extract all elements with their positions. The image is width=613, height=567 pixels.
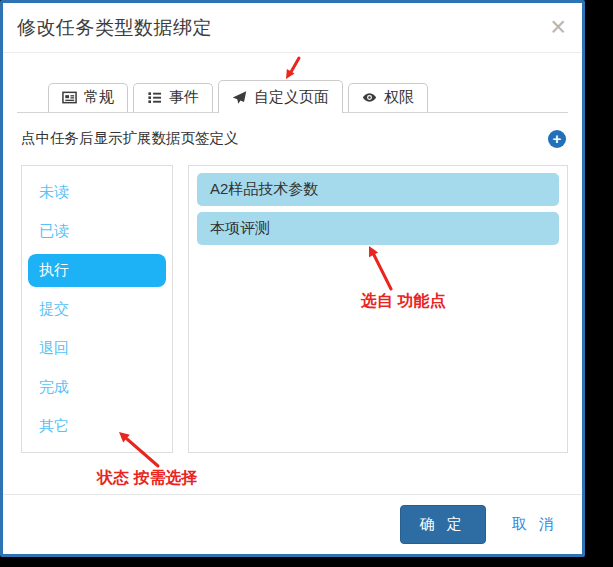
ok-button[interactable]: 确 定: [400, 505, 486, 544]
close-icon: ×: [550, 12, 566, 42]
tabs: 常规: [17, 80, 568, 113]
dialog-title: 修改任务类型数据绑定: [17, 15, 212, 41]
status-item-execute[interactable]: 执行: [28, 254, 166, 287]
binding-item[interactable]: 本项评测: [197, 212, 559, 245]
tab-permissions[interactable]: 权限: [348, 83, 428, 113]
annotation-status-note: 状态 按需选择: [97, 468, 197, 489]
eye-icon: [362, 90, 377, 105]
content-row: 未读 已读 执行 提交 退回 完成 其它 A2样品技术参数 本项评测: [21, 165, 568, 453]
status-item-read[interactable]: 已读: [28, 215, 166, 248]
binding-item[interactable]: A2样品技术参数: [197, 173, 559, 206]
dialog-header: 修改任务类型数据绑定 ×: [3, 3, 582, 53]
tab-label: 常规: [84, 88, 114, 107]
tab-label: 权限: [384, 88, 414, 107]
stage: 修改任务类型数据绑定 × 常规: [0, 0, 613, 567]
send-icon: [232, 90, 247, 105]
tab-custom-page[interactable]: 自定义页面: [218, 80, 343, 113]
tab-events[interactable]: 事件: [133, 83, 213, 113]
list-icon: [147, 90, 162, 105]
status-item-other[interactable]: 其它: [28, 410, 166, 443]
hint-text: 点中任务后显示扩展数据页签定义: [21, 129, 239, 148]
status-item-unread[interactable]: 未读: [28, 176, 166, 209]
tab-content: 点中任务后显示扩展数据页签定义 + 未读 已读 执行 提交 退回 完成 其它 A…: [3, 113, 582, 453]
tab-label: 自定义页面: [254, 88, 329, 107]
arrow-tab-icon: [286, 58, 299, 79]
list-alt-icon: [62, 90, 77, 105]
dialog-footer: 确 定 取 消: [3, 494, 582, 554]
close-button[interactable]: ×: [548, 14, 568, 41]
add-button[interactable]: +: [548, 130, 566, 148]
tab-label: 事件: [169, 88, 199, 107]
tab-general[interactable]: 常规: [48, 83, 128, 113]
status-item-submit[interactable]: 提交: [28, 293, 166, 326]
tab-bar: 常规: [3, 80, 582, 113]
annotation-bindings-note: 选自 功能点: [361, 291, 445, 312]
status-item-return[interactable]: 退回: [28, 332, 166, 365]
cancel-button[interactable]: 取 消: [510, 511, 560, 538]
modal-dialog: 修改任务类型数据绑定 × 常规: [0, 0, 585, 557]
status-item-complete[interactable]: 完成: [28, 371, 166, 404]
hint-row: 点中任务后显示扩展数据页签定义 +: [21, 129, 568, 148]
plus-icon: +: [553, 131, 562, 146]
status-list: 未读 已读 执行 提交 退回 完成 其它: [21, 165, 173, 453]
